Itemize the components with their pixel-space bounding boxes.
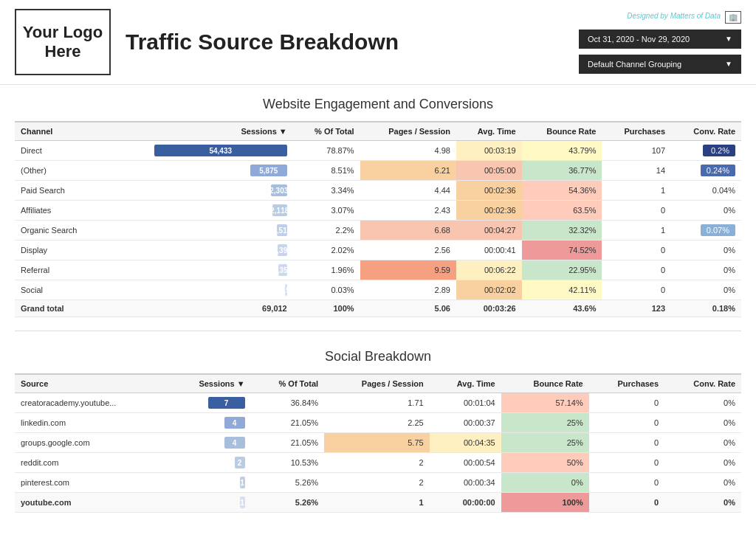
channel-cell: Paid Search <box>15 181 104 201</box>
channel-cell: Affiliates <box>15 201 104 221</box>
source-cell: groups.google.com <box>15 433 168 453</box>
sessions-cell: 1,355 <box>104 260 293 280</box>
time-cell: 00:00:00 <box>430 493 501 513</box>
purchases-cell: 0 <box>589 493 664 513</box>
table-row: creatoracademy.youtube... 7 36.84%1.7100… <box>15 393 741 413</box>
table-row: Grand total69,012100%5.0600:03:2643.6%12… <box>15 300 741 317</box>
date-range-dropdown[interactable]: Oct 31, 2020 - Nov 29, 2020 ▼ <box>579 30 741 49</box>
time-cell: 00:00:41 <box>456 241 522 260</box>
bounce-cell: 22.95% <box>522 260 602 280</box>
header-controls: Designed by Matters of Data 🏢 Oct 31, 20… <box>579 11 741 74</box>
time-cell: 00:04:35 <box>430 433 501 453</box>
pages-cell: 2.43 <box>360 201 456 221</box>
bounce-cell: 25% <box>501 413 589 433</box>
social-section: Social Breakdown Source Sessions ▼ % Of … <box>0 337 756 520</box>
channel-grouping-dropdown[interactable]: Default Channel Grouping ▼ <box>579 55 741 74</box>
pct-cell: 1.96% <box>293 260 360 280</box>
social-col-pages: Pages / Session <box>324 374 430 393</box>
time-cell: 00:02:36 <box>456 201 522 221</box>
pages-cell: 2 <box>324 473 430 493</box>
conv-cell: 0.2% <box>671 141 741 161</box>
social-col-bounce: Bounce Rate <box>501 374 589 393</box>
time-cell: 00:05:00 <box>456 161 522 181</box>
pct-cell: 36.84% <box>251 393 324 413</box>
table-row: youtube.com 1 5.26%100:00:00100%00% <box>15 493 741 513</box>
table-row: Paid Search 2,303 3.34%4.4400:02:3654.36… <box>15 181 741 201</box>
social-table-header: Source Sessions ▼ % Of Total Pages / Ses… <box>15 374 741 393</box>
purchases-cell: 1 <box>602 221 671 241</box>
channel-dropdown-arrow: ▼ <box>725 60 732 68</box>
table-row: reddit.com 2 10.53%200:00:5450%00% <box>15 453 741 473</box>
channel-cell: Social <box>15 280 104 300</box>
social-col-purchases: Purchases <box>589 374 664 393</box>
pct-cell: 21.05% <box>251 433 324 453</box>
pages-cell: 5.75 <box>324 433 430 453</box>
conv-cell: 0% <box>671 241 741 260</box>
conv-cell: 0.24% <box>671 161 741 181</box>
pct-cell: 5.26% <box>251 493 324 513</box>
purchases-cell: 0 <box>589 473 664 493</box>
sessions-cell: 1,516 <box>104 221 293 241</box>
time-cell: 00:03:26 <box>456 300 522 317</box>
table-row: Referral 1,355 1.96%9.5900:06:2222.95%00… <box>15 260 741 280</box>
channel-cell: Direct <box>15 141 104 161</box>
sessions-cell: 69,012 <box>104 300 293 317</box>
bounce-cell: 32.32% <box>522 221 602 241</box>
bounce-cell: 57.14% <box>501 393 589 413</box>
col-purchases: Purchases <box>602 122 671 141</box>
sessions-cell: 7 <box>168 393 251 413</box>
table-row: Organic Search 1,516 2.2%6.6800:04:2732.… <box>15 221 741 241</box>
bounce-cell: 100% <box>501 493 589 513</box>
channel-cell: Grand total <box>15 300 104 317</box>
sessions-cell: 1,393 <box>104 241 293 260</box>
sessions-cell: 4 <box>168 413 251 433</box>
source-cell: creatoracademy.youtube... <box>15 393 168 413</box>
col-bounce: Bounce Rate <box>522 122 602 141</box>
table-row: (Other) 5,875 8.51%6.2100:05:0036.77%140… <box>15 161 741 181</box>
time-cell: 00:00:54 <box>430 453 501 473</box>
pct-cell: 10.53% <box>251 453 324 473</box>
table-row: Display 1,393 2.02%2.5600:00:4174.52%00% <box>15 241 741 260</box>
pct-cell: 21.05% <box>251 413 324 433</box>
section-divider <box>15 331 741 331</box>
pages-cell: 5.06 <box>360 300 456 317</box>
table-row: Direct 54,433 78.87%4.9800:03:1943.79%10… <box>15 141 741 161</box>
social-title: Social Breakdown <box>15 349 741 364</box>
channel-cell: Organic Search <box>15 221 104 241</box>
bounce-cell: 74.52% <box>522 241 602 260</box>
pages-cell: 2 <box>324 453 430 473</box>
sessions-cell: 5,875 <box>104 161 293 181</box>
pages-cell: 1.71 <box>324 393 430 413</box>
source-cell: pinterest.com <box>15 473 168 493</box>
social-col-pct: % Of Total <box>251 374 324 393</box>
source-cell: reddit.com <box>15 453 168 473</box>
channel-cell: (Other) <box>15 161 104 181</box>
social-col-time: Avg. Time <box>430 374 501 393</box>
col-pages: Pages / Session <box>360 122 456 141</box>
table-row: Affiliates 2,118 3.07%2.4300:02:3663.5%0… <box>15 201 741 221</box>
sessions-cell: 2,118 <box>104 201 293 221</box>
time-cell: 00:03:19 <box>456 141 522 161</box>
pages-cell: 6.21 <box>360 161 456 181</box>
social-col-sessions: Sessions ▼ <box>168 374 251 393</box>
bounce-cell: 43.6% <box>522 300 602 317</box>
conv-cell: 0% <box>664 453 741 473</box>
pct-cell: 8.51% <box>293 161 360 181</box>
sessions-cell: 2,303 <box>104 181 293 201</box>
time-cell: 00:01:04 <box>430 393 501 413</box>
col-time: Avg. Time <box>456 122 522 141</box>
conv-cell: 0.07% <box>671 221 741 241</box>
engagement-section: Website Engagement and Conversions Chann… <box>0 85 756 325</box>
social-table: Source Sessions ▼ % Of Total Pages / Ses… <box>15 373 741 513</box>
conv-cell: 0% <box>664 413 741 433</box>
purchases-cell: 1 <box>602 181 671 201</box>
table-row: Social 19 0.03%2.8900:02:0242.11%00% <box>15 280 741 300</box>
bounce-cell: 43.79% <box>522 141 602 161</box>
sessions-cell: 1 <box>168 473 251 493</box>
purchases-cell: 123 <box>602 300 671 317</box>
purchases-cell: 107 <box>602 141 671 161</box>
pages-cell: 4.98 <box>360 141 456 161</box>
time-cell: 00:06:22 <box>456 260 522 280</box>
time-cell: 00:00:37 <box>430 413 501 433</box>
table-row: groups.google.com 4 21.05%5.7500:04:3525… <box>15 433 741 453</box>
